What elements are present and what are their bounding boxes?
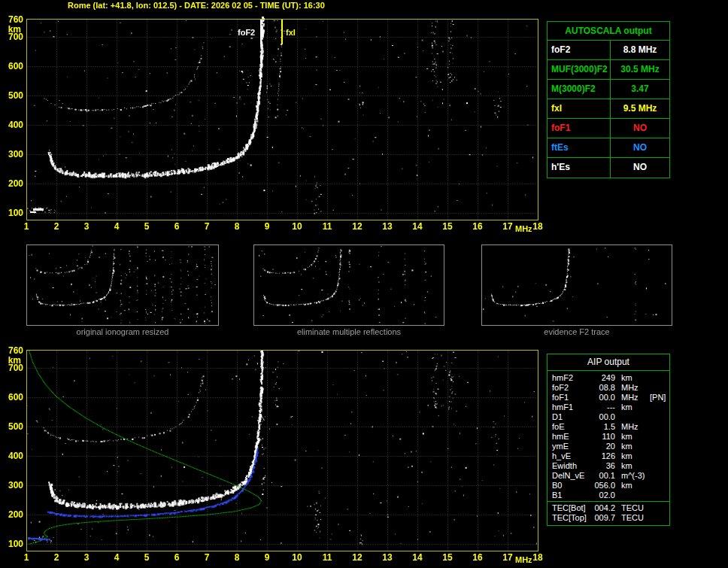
autoscala-value: NO <box>611 138 669 157</box>
aip-extra <box>648 481 669 491</box>
aip-row: h_vE126km <box>548 451 669 461</box>
autoscala-output-table: AUTOSCALA output foF28.8 MHzMUF(3000)F23… <box>547 21 670 178</box>
thumbnail-caption-eliminate: eliminate multiple reflections <box>253 327 444 336</box>
aip-param: foE <box>552 422 593 432</box>
aip-param: B1 <box>552 491 593 500</box>
autoscala-value: 9.5 MHz <box>611 99 669 118</box>
aip-row: Ewidth36km <box>548 461 669 471</box>
autoscala-value: 30.5 MHz <box>611 60 669 79</box>
aip-value: 056.0 <box>593 481 615 491</box>
autoscala-param-label: M(3000)F2 <box>548 80 611 99</box>
aip-unit: m^(-3) <box>615 471 648 481</box>
aip-extra <box>648 412 669 422</box>
aip-param: hmE <box>552 432 593 442</box>
autoscala-table-title: AUTOSCALA output <box>548 22 669 41</box>
aip-param: hmF2 <box>552 373 593 383</box>
aip-tec-section: TEC[Bot]004.2TECUTEC[Top]009.7TECU <box>548 501 669 525</box>
aip-row: hmE110km <box>548 432 669 442</box>
aip-unit: km <box>615 432 648 442</box>
aip-value: 36 <box>593 461 615 471</box>
autoscala-row: fxI9.5 MHz <box>548 99 669 119</box>
fof2-marker-label: foF2 <box>238 28 255 37</box>
aip-row: B0056.0km <box>548 481 669 491</box>
aip-row: foF100.0MHz[PN] <box>548 393 669 402</box>
aip-unit: km <box>615 402 648 412</box>
page-title: Rome (lat: +41.8, lon: 012.5) - DATE: 20… <box>68 1 325 10</box>
aip-row: TEC[Top]009.7TECU <box>548 513 669 523</box>
aip-extra <box>648 451 669 461</box>
aip-row: ymE20km <box>548 442 669 451</box>
autoscala-row: foF28.8 MHz <box>548 41 669 60</box>
aip-value: 1.5 <box>593 422 615 432</box>
autoscala-param-label: fxI <box>548 99 611 118</box>
aip-param: ymE <box>552 442 593 451</box>
aip-unit: km <box>615 451 648 461</box>
aip-extra <box>648 373 669 383</box>
thumbnail-caption-evidence: evidence F2 trace <box>481 327 672 336</box>
aip-param: hmF1 <box>552 402 593 412</box>
aip-extra <box>648 471 669 481</box>
aip-param: Ewidth <box>552 461 593 471</box>
aip-value: 00.0 <box>593 412 615 422</box>
aip-value: 02.0 <box>593 491 615 500</box>
autoscala-value: NO <box>611 158 669 178</box>
aip-unit: MHz <box>615 393 648 402</box>
autoscala-table-body: foF28.8 MHzMUF(3000)F230.5 MHzM(3000)F23… <box>548 41 669 178</box>
autoscala-row: M(3000)F23.47 <box>548 80 669 99</box>
aip-unit: MHz <box>615 383 648 393</box>
aip-extra <box>648 442 669 451</box>
autoscala-value: 3.47 <box>611 80 669 99</box>
aip-table-body: hmF2249kmfoF208.8MHzfoF100.0MHz[PN]hmF1-… <box>548 371 669 501</box>
aip-extra: [PN] <box>648 393 669 402</box>
aip-param: D1 <box>552 412 593 422</box>
aip-extra <box>648 503 669 513</box>
aip-extra <box>648 383 669 393</box>
aip-value: 249 <box>593 373 615 383</box>
aip-value: 20 <box>593 442 615 451</box>
autoscala-value: NO <box>611 119 669 138</box>
aip-unit: km <box>615 442 648 451</box>
aip-param: h_vE <box>552 451 593 461</box>
aip-value: 126 <box>593 451 615 461</box>
aip-row: D100.0 <box>548 412 669 422</box>
aip-value: 110 <box>593 432 615 442</box>
autoscala-param-label: foF2 <box>548 41 611 59</box>
aip-value: 004.2 <box>593 503 615 513</box>
aip-value: 00.0 <box>593 393 615 402</box>
aip-unit: km <box>615 373 648 383</box>
aip-value: --- <box>593 402 615 412</box>
autoscala-param-label: h'Es <box>548 158 611 178</box>
aip-param: foF1 <box>552 393 593 402</box>
thumbnail-caption-original: original ionogram resized <box>26 327 219 336</box>
autoscala-row: MUF(3000)F230.5 MHz <box>548 60 669 80</box>
aip-row: DelN_vE00.1m^(-3) <box>548 471 669 481</box>
aip-row: TEC[Bot]004.2TECU <box>548 503 669 513</box>
aip-param: B0 <box>552 481 593 491</box>
aip-unit: TECU <box>615 503 648 513</box>
aip-extra <box>648 422 669 432</box>
autoscala-row: foF1NO <box>548 119 669 138</box>
autoscala-value: 8.8 MHz <box>611 41 669 59</box>
aip-table-title: AIP output <box>548 354 669 371</box>
aip-row: foE1.5MHz <box>548 422 669 432</box>
aip-param: TEC[Bot] <box>552 503 593 513</box>
aip-unit <box>615 412 648 422</box>
aip-param: TEC[Top] <box>552 513 593 523</box>
aip-value: 08.8 <box>593 383 615 393</box>
aip-row: hmF1---km <box>548 402 669 412</box>
aip-param: DelN_vE <box>552 471 593 481</box>
aip-unit: km <box>615 481 648 491</box>
aip-unit: km <box>615 461 648 471</box>
aip-row: hmF2249km <box>548 373 669 383</box>
aip-param: foF2 <box>552 383 593 393</box>
fxi-marker-label: fxI <box>286 28 296 37</box>
autoscala-param-label: MUF(3000)F2 <box>548 60 611 79</box>
aip-extra <box>648 432 669 442</box>
aip-row: B102.0 <box>548 491 669 500</box>
autoscala-row: h'EsNO <box>548 158 669 178</box>
aip-value: 009.7 <box>593 513 615 523</box>
aip-value: 00.1 <box>593 471 615 481</box>
aip-row: foF208.8MHz <box>548 383 669 393</box>
aip-extra <box>648 491 669 500</box>
autoscala-row: ftEsNO <box>548 138 669 158</box>
